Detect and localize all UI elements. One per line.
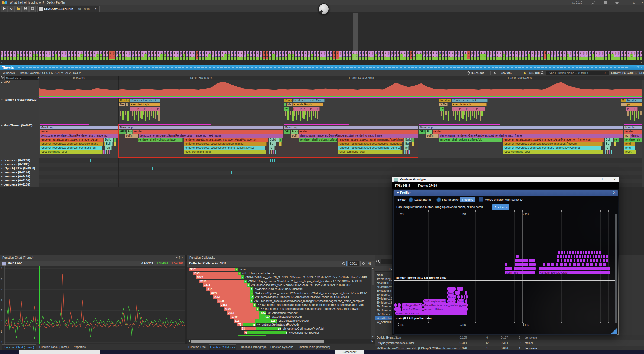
flame-bar[interactable]: [577, 263, 580, 266]
flame-bar[interactable]: [575, 251, 576, 254]
clear-filter-icon[interactable]: ×: [37, 76, 39, 79]
timeline-event-bar[interactable]: puffin: [426, 134, 439, 138]
frame-band-bar[interactable]: 7 ms: [151, 51, 153, 60]
expand-arrow-icon[interactable]: ▾: [1, 176, 2, 178]
flame-bar[interactable]: [576, 255, 578, 258]
render-sub-event[interactable]: [132, 111, 133, 116]
render-sub-event[interactable]: [453, 111, 454, 116]
flame-bar[interactable]: [466, 295, 468, 299]
flame-bar[interactable]: [556, 263, 558, 266]
render-sub-event[interactable]: [290, 111, 291, 115]
event-tick[interactable]: [152, 167, 153, 170]
frame-band-bar[interactable]: 7 ms: [298, 51, 300, 60]
flame-bar[interactable]: [574, 255, 575, 258]
render-sub-event[interactable]: [157, 111, 158, 115]
flame-bar[interactable]: [595, 263, 597, 266]
frame-band-bar[interactable]: 7 ms: [276, 51, 278, 60]
render-sub-event[interactable]: [464, 111, 465, 115]
frame-band-bar[interactable]: 7 ms: [103, 51, 105, 60]
event-tick[interactable]: [270, 159, 271, 162]
frame-band-bar[interactable]: 7 ms: [346, 51, 348, 60]
frame-band-bar[interactable]: 7 ms: [87, 51, 89, 60]
frame-band-bar[interactable]: 7 ms: [253, 51, 255, 60]
frame-band-bar[interactable]: 7 ms: [458, 51, 460, 60]
frame-band-bar[interactable]: 7 ms: [173, 51, 176, 60]
flame-bar[interactable]: GameRenderer::start_rendering_next_frame…: [423, 303, 468, 307]
render-sub-event[interactable]: [640, 111, 642, 115]
timeline-event-bar[interactable]: Main Loop: [40, 126, 118, 129]
render-sub-event[interactable]: [461, 111, 462, 118]
callstacks-vscrollbar[interactable]: ▲ ▼: [371, 267, 375, 339]
render-sub-event[interactable]: [153, 111, 154, 118]
frame-band-bar[interactable]: 7 ms: [519, 51, 521, 60]
thread-label-cell[interactable]: ▾[Optick] ETW (0x63c8): [0, 167, 39, 171]
flame-bar[interactable]: [603, 259, 605, 262]
frame-band-bar[interactable]: 7 ms: [410, 51, 412, 60]
timeline-event-bar[interactable]: S Mesh: [439, 103, 448, 106]
flame-bar[interactable]: [564, 259, 566, 262]
render-sub-event[interactable]: [143, 111, 144, 115]
frame-band-bar[interactable]: 7 ms: [192, 51, 195, 60]
tab-function-syscalls[interactable]: Function SysCalls: [270, 344, 294, 350]
flame-bar[interactable]: [515, 263, 528, 266]
frame-band-bar[interactable]: 6 ms: [36, 51, 38, 60]
flame-bar[interactable]: Input 0.455 ms: [402, 307, 423, 311]
render-sub-event[interactable]: [627, 111, 629, 116]
flame-bar[interactable]: [572, 251, 574, 254]
frame-band-bar[interactable]: 7 ms: [26, 51, 28, 60]
render-sub-event[interactable]: [630, 111, 631, 120]
flame-bar[interactable]: [600, 259, 601, 262]
event-tick[interactable]: [231, 171, 232, 174]
flame-bar[interactable]: [570, 259, 572, 262]
frame-band-bar[interactable]: 7 ms: [359, 51, 361, 60]
percent-toggle-button[interactable]: %: [367, 261, 373, 266]
frame-band-bar[interactable]: 7 ms: [1, 51, 3, 60]
frame-band-bar[interactable]: 7 ms: [112, 51, 115, 60]
frame-band-bar[interactable]: 7 ms: [154, 51, 156, 60]
render-sub-event[interactable]: [311, 111, 312, 120]
threads-vscrollbar[interactable]: [642, 80, 644, 187]
expand-arrow-icon[interactable]: ▸: [1, 81, 2, 83]
expand-arrow-icon[interactable]: ▾: [1, 180, 2, 182]
frame-band-bar[interactable]: 7 ms: [189, 51, 192, 60]
flame-bar[interactable]: [569, 263, 571, 266]
frame-band-bar[interactable]: 7 ms: [471, 51, 473, 60]
thread-label-cell[interactable]: ▾MainThread (0x60f0): [0, 124, 39, 159]
timeline-event-bar[interactable]: Render: [626, 99, 644, 102]
show-callstacks-button[interactable]: SHOW CALLSTACKS ∨: [637, 71, 644, 75]
frame-band-bar[interactable]: 7 ms: [525, 51, 527, 60]
frame-band-bar[interactable]: 7 ms: [455, 51, 457, 60]
callstacks-hscrollbar[interactable]: ◄ ►: [187, 339, 375, 343]
thread-label-cell[interactable]: ▾demo.exe (0x6268): [0, 158, 39, 163]
timeline-event-bar[interactable]: renderer_resources::resources::command_b…: [40, 146, 102, 150]
frame-band-bar[interactable]: 6 ms: [311, 51, 313, 60]
timeline-event-bar[interactable]: I: [126, 103, 128, 106]
frame-band-bar[interactable]: 6 ms: [544, 51, 546, 60]
frame-band-bar[interactable]: 6 ms: [483, 51, 486, 60]
frame-band-bar[interactable]: 7 ms: [432, 51, 435, 60]
close-button[interactable]: ×: [639, 1, 644, 5]
render-sub-event[interactable]: [472, 111, 473, 116]
frame-band-bar[interactable]: 7 ms: [199, 51, 201, 60]
callstack-row[interactable]: 11171117vkGetInstanceProcAddr: [234, 319, 371, 323]
timeline-event-bar[interactable]: Rende: [284, 99, 292, 102]
timeline-event-bar[interactable]: [614, 142, 616, 146]
flame-bar[interactable]: [547, 263, 550, 266]
frame-band-bar[interactable]: 6 ms: [55, 51, 57, 60]
frame-band-bar[interactable]: 7 ms: [569, 51, 572, 60]
flame-bar[interactable]: [598, 255, 600, 258]
frame-band-bar[interactable]: 7 ms: [240, 51, 243, 60]
pin-icon[interactable]: ⌄: [632, 66, 635, 69]
render-sub-event[interactable]: [302, 111, 303, 118]
frame-band-bar[interactable]: 7 ms: [263, 51, 265, 60]
callstack-row[interactable]: 21590ZN15renderer_assets6assets13asset_m…: [217, 299, 371, 303]
frame-band-bar[interactable]: 7 ms: [269, 51, 271, 60]
frame-band-bar[interactable]: 7 ms: [90, 51, 92, 60]
close-icon[interactable]: ×: [181, 256, 184, 259]
render-sub-event[interactable]: [309, 111, 310, 117]
flame-bar[interactable]: [394, 303, 397, 307]
flame-bar[interactable]: [582, 263, 584, 266]
flame-bar[interactable]: [515, 259, 528, 262]
frame-band-bar[interactable]: 7 ms: [282, 51, 284, 60]
close-panel-icon[interactable]: ×: [641, 66, 642, 69]
